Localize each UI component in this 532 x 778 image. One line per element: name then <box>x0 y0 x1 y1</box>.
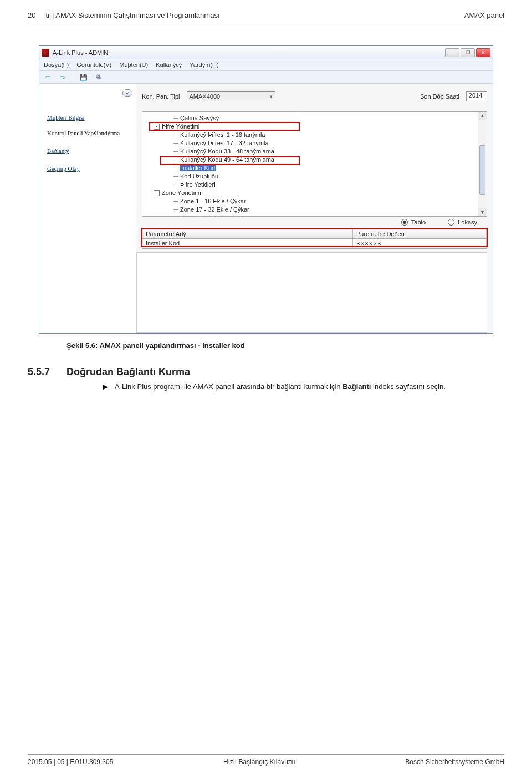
scroll-up-icon[interactable]: ▲ <box>478 112 487 120</box>
section-body: ▶ A-Link Plus programı ile AMAX paneli a… <box>103 382 504 391</box>
panel-type-dropdown[interactable]: AMAX4000 <box>187 91 275 101</box>
parameter-table: Parametre Adý Paremetre Deðeri Installer… <box>142 229 487 249</box>
scroll-thumb[interactable] <box>479 145 485 195</box>
page-footer: 2015.05 | 05 | F.01U.309.305 Hızlı Başla… <box>28 754 504 766</box>
tree-node-zone-17-32[interactable]: Zone 17 - 32 Ekle / Çýkar <box>173 206 484 214</box>
nav-control-panel-config[interactable]: Kontrol Paneli Yapýlandýrma <box>39 127 136 139</box>
menubar: Dosya(F) Görüntüle(V) Müþteri(U) Kullaný… <box>39 59 493 71</box>
parameter-table-header: Parametre Adý Paremetre Deðeri <box>142 229 487 239</box>
param-header-value: Paremetre Deðeri <box>353 229 487 238</box>
minimize-button[interactable]: — <box>445 48 459 57</box>
footer-right: Bosch Sicherheitssysteme GmbH <box>405 758 504 766</box>
bottom-blank-area <box>136 252 487 333</box>
radio-location-icon <box>448 219 454 226</box>
nav-customer-info[interactable]: Müþteri Bilgisi <box>39 111 136 124</box>
tree-node-zone-33-48[interactable]: Zone 33 - 48 Ekle / Çýkar <box>173 214 484 217</box>
panel-type-label: Kon. Pan. Tipi <box>142 93 180 100</box>
tree-scrollbar[interactable]: ▲ ▼ <box>478 112 487 216</box>
section-title: Doğrudan Bağlantı Kurma <box>66 366 190 378</box>
menu-user[interactable]: Kullanýcý <box>156 62 182 68</box>
top-fields-row: Kon. Pan. Tipi AMAX4000 Son Dðþ Saati 20… <box>136 84 493 111</box>
close-button[interactable]: ✕ <box>476 48 490 57</box>
tree-panel: Çalma Sayýsý -Þifre Yönetimi Kullanýcý Þ… <box>142 111 487 217</box>
footer-left: 2015.05 | 05 | F.01U.309.305 <box>28 758 113 766</box>
tree-node-installer-code[interactable]: Installer Kod <box>173 164 484 172</box>
print-icon[interactable]: 🖶 <box>93 73 103 81</box>
section-body-text: A-Link Plus programı ile AMAX paneli ara… <box>115 382 446 391</box>
section-number: 5.5.7 <box>28 366 66 378</box>
tree-node-user-pw-1-16[interactable]: Kullanýcý Þifresi 1 - 16 tanýmla <box>173 131 484 139</box>
footer-rule <box>28 754 504 755</box>
app-icon <box>42 49 49 57</box>
radio-location-label: Lokasy <box>458 219 477 226</box>
back-icon[interactable]: ⇦ <box>43 73 53 81</box>
tree-node-separation-count[interactable]: Çalma Sayýsý <box>173 114 484 122</box>
header-right: AMAX panel <box>464 11 504 19</box>
menu-help[interactable]: Yardým(H) <box>190 62 218 68</box>
figure-caption: Şekil 5.6: AMAX paneli yapılandırması - … <box>66 341 504 350</box>
app-window: A-Link Plus - ADMIN — ❐ ✕ Dosya(F) Görün… <box>39 45 493 334</box>
radio-table-icon <box>401 219 408 226</box>
right-content: Kon. Pan. Tipi AMAX4000 Son Dðþ Saati 20… <box>136 84 493 333</box>
page-number: 20 <box>28 11 35 19</box>
param-row-name: Installer Kod <box>142 239 353 248</box>
forward-icon[interactable]: ⇨ <box>57 73 67 81</box>
param-row-value: ×××××× <box>353 239 487 248</box>
titlebar: A-Link Plus - ADMIN — ❐ ✕ <box>39 46 493 59</box>
left-nav-panel: « Müþteri Bilgisi Kontrol Paneli Yapýlan… <box>39 84 136 333</box>
save-icon[interactable]: 💾 <box>79 73 89 81</box>
parameter-table-row[interactable]: Installer Kod ×××××× <box>142 239 487 249</box>
toolbar: ⇦ ⇨ 💾 🖶 <box>39 71 493 84</box>
restore-button[interactable]: ❐ <box>461 48 475 57</box>
breadcrumb: tr | AMAX Sisteminin Çalıştırılması ve P… <box>45 11 219 19</box>
header-rule <box>28 23 504 23</box>
page-header: 20 tr | AMAX Sisteminin Çalıştırılması v… <box>28 11 504 19</box>
tree-node-zone-1-16[interactable]: Zone 1 - 16 Ekle / Çýkar <box>173 197 484 206</box>
nav-connection[interactable]: Baðlantý <box>39 145 136 157</box>
tree-node-user-code-33-48[interactable]: Kullanýcý Kodu 33 - 48 tanýmlama <box>173 147 484 156</box>
collapse-panel-icon[interactable]: « <box>122 89 132 97</box>
tree-node-password-privileges[interactable]: Þifre Yetkileri <box>173 181 484 189</box>
scroll-down-icon[interactable]: ▼ <box>478 208 487 216</box>
param-header-name: Parametre Adý <box>142 229 353 238</box>
window-title: A-Link Plus - ADMIN <box>53 49 108 56</box>
tree-node-user-code-49-64[interactable]: Kullanýcý Kodu 49 - 64 tanýmlama <box>173 156 484 164</box>
tree-node-code-length[interactable]: Kod Uzunluðu <box>173 172 484 181</box>
menu-file[interactable]: Dosya(F) <box>44 62 69 68</box>
window-buttons: — ❐ ✕ <box>445 48 490 57</box>
toolbar-divider <box>73 73 73 81</box>
footer-center: Hızlı Başlangıç Kılavuzu <box>223 758 295 766</box>
menu-customer[interactable]: Müþteri(U) <box>119 62 148 68</box>
tree-node-zone-mgmt[interactable]: -Zone Yönetimi <box>154 189 484 197</box>
view-mode-radios: Tablo Lokasy <box>136 217 487 228</box>
tree-node-user-pw-17-32[interactable]: Kullanýcý Þifresi 17 - 32 tanýmla <box>173 139 484 147</box>
last-date-label: Son Dðþ Saati <box>420 93 459 100</box>
radio-table-label: Tablo <box>411 219 426 226</box>
menu-view[interactable]: Görüntüle(V) <box>76 62 111 68</box>
last-date-field[interactable]: 2014- <box>466 91 487 101</box>
radio-location[interactable]: Lokasy <box>448 219 477 226</box>
client-area: « Müþteri Bilgisi Kontrol Paneli Yapýlan… <box>39 84 493 333</box>
section: 5.5.7 Doğrudan Bağlantı Kurma ▶ A-Link P… <box>28 366 504 391</box>
list-marker-icon: ▶ <box>103 382 115 391</box>
radio-table[interactable]: Tablo <box>401 219 426 226</box>
tree-node-password-mgmt[interactable]: -Þifre Yönetimi <box>154 122 484 131</box>
config-tree: Çalma Sayýsý -Þifre Yönetimi Kullanýcý Þ… <box>142 112 487 217</box>
nav-history[interactable]: Geçmiþ Olay <box>39 162 136 175</box>
